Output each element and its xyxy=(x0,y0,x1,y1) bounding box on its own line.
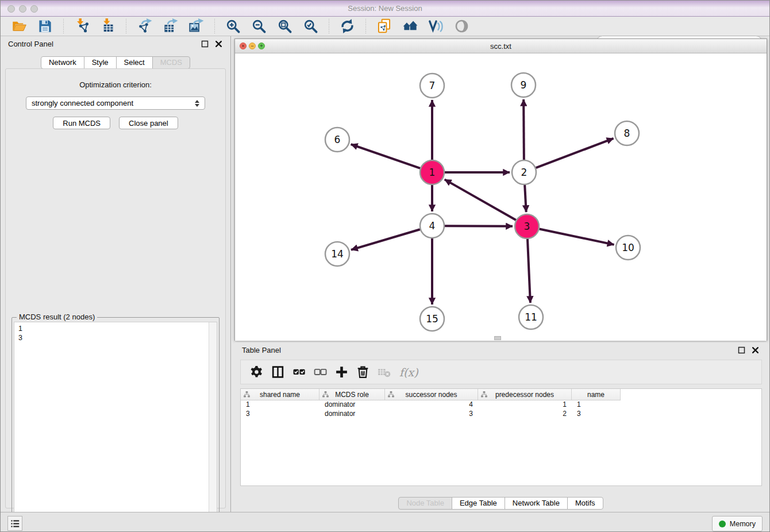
svg-text:10: 10 xyxy=(622,242,634,253)
zoom-button[interactable] xyxy=(30,5,38,13)
toolbar-separator xyxy=(329,19,329,34)
table-cell[interactable]: 1 xyxy=(478,400,572,410)
graph-edge-3-10[interactable] xyxy=(540,229,614,245)
graph-node-11[interactable]: 11 xyxy=(519,305,543,329)
tab-mcds[interactable]: MCDS xyxy=(152,56,190,69)
tab-edge-table[interactable]: Edge Table xyxy=(452,497,505,510)
table-panel-tabs: Node TableEdge TableNetwork TableMotifs xyxy=(234,497,767,510)
network-window-titlebar[interactable]: ×−+ scc.txt xyxy=(235,39,767,53)
tab-select[interactable]: Select xyxy=(116,56,153,69)
graph-node-3[interactable]: 3 xyxy=(515,214,539,238)
column-header-shared-name[interactable]: shared name xyxy=(241,389,319,400)
delete-row-icon[interactable] xyxy=(356,365,370,379)
export-image-icon[interactable] xyxy=(188,18,204,34)
graph-edge-3-11[interactable] xyxy=(528,239,530,303)
minimize-window-button[interactable]: − xyxy=(249,43,256,49)
close-window-button[interactable]: × xyxy=(240,43,247,49)
close-panel-icon[interactable] xyxy=(751,346,760,354)
select-all-icon[interactable] xyxy=(292,365,306,379)
svg-text:8: 8 xyxy=(624,128,630,139)
export-network-icon[interactable] xyxy=(137,18,152,34)
graph-edge-2-9[interactable] xyxy=(523,99,524,160)
close-panel-button[interactable]: Close panel xyxy=(119,117,178,129)
table-cell[interactable]: dominator xyxy=(319,410,385,419)
zoom-fit-icon[interactable] xyxy=(277,18,292,34)
graph-node-4[interactable]: 4 xyxy=(420,214,444,238)
vizmapper-icon[interactable] xyxy=(428,18,444,34)
save-session-icon[interactable] xyxy=(37,18,53,34)
graph-edge-4-3[interactable] xyxy=(445,226,513,226)
table-cell[interactable]: 1 xyxy=(241,400,319,410)
toolbar-separator xyxy=(214,19,215,34)
column-header-predecessor-nodes[interactable]: predecessor nodes xyxy=(478,389,572,400)
open-session-icon[interactable] xyxy=(11,18,27,34)
table-cell[interactable]: 2 xyxy=(478,410,572,419)
canvas-resize-handle[interactable] xyxy=(494,336,501,340)
tab-motifs[interactable]: Motifs xyxy=(567,497,603,510)
zoom-selected-icon[interactable] xyxy=(303,18,318,34)
export-table-icon[interactable] xyxy=(163,18,178,34)
result-scrollbar[interactable] xyxy=(209,322,217,532)
zoom-out-icon[interactable] xyxy=(251,18,267,34)
criterion-select[interactable]: strongly connected component xyxy=(26,97,205,110)
mcds-result-group: MCDS result (2 nodes) 1 3 xyxy=(11,317,220,532)
close-button[interactable] xyxy=(7,5,15,13)
tab-style[interactable]: Style xyxy=(84,56,117,69)
import-table-icon[interactable] xyxy=(100,18,116,34)
graph-node-14[interactable]: 14 xyxy=(325,242,349,266)
duplicate-network-icon[interactable] xyxy=(376,18,392,34)
split-view-icon[interactable] xyxy=(271,365,285,379)
tab-network-table[interactable]: Network Table xyxy=(505,497,568,510)
svg-text:15: 15 xyxy=(426,313,438,325)
column-label: name xyxy=(587,391,605,399)
table-cell[interactable]: 3 xyxy=(385,410,478,419)
graph-node-7[interactable]: 7 xyxy=(420,74,444,98)
tab-node-table[interactable]: Node Table xyxy=(398,497,452,510)
network-graph[interactable]: 7968124314101511 xyxy=(235,53,767,341)
graph-node-8[interactable]: 8 xyxy=(615,121,639,145)
network-canvas[interactable]: 7968124314101511 xyxy=(235,53,767,341)
task-history-button[interactable] xyxy=(7,516,22,531)
graph-node-10[interactable]: 10 xyxy=(616,236,640,260)
table-row[interactable]: 1dominator411 xyxy=(241,400,761,410)
import-network-icon[interactable] xyxy=(74,18,90,34)
tab-network[interactable]: Network xyxy=(41,56,84,69)
graph-edge-2-8[interactable] xyxy=(536,138,614,168)
table-cell[interactable]: 1 xyxy=(572,400,621,410)
memory-button[interactable]: Memory xyxy=(712,516,763,531)
graph-edge-3-1[interactable] xyxy=(445,179,516,220)
minimize-button[interactable] xyxy=(19,5,26,13)
graph-node-15[interactable]: 15 xyxy=(420,307,444,331)
zoom-window-button[interactable]: + xyxy=(258,43,265,49)
refresh-icon[interactable] xyxy=(340,18,355,34)
mcds-result-text[interactable]: 1 3 xyxy=(14,322,209,532)
float-panel-icon[interactable] xyxy=(737,346,746,354)
graph-edge-4-14[interactable] xyxy=(351,229,420,250)
zoom-in-icon[interactable] xyxy=(225,18,241,34)
table-row[interactable]: 3dominator323 xyxy=(241,410,761,419)
graph-node-6[interactable]: 6 xyxy=(325,128,349,152)
settings-icon[interactable] xyxy=(249,365,264,379)
svg-text:7: 7 xyxy=(429,80,436,91)
graph-edge-1-6[interactable] xyxy=(351,144,421,168)
table-cell[interactable]: 3 xyxy=(241,410,319,419)
graph-node-1[interactable]: 1 xyxy=(420,160,444,184)
run-mcds-button[interactable]: Run MCDS xyxy=(53,117,110,129)
column-header-mcds-role[interactable]: MCDS role xyxy=(319,389,385,400)
eye-icon[interactable] xyxy=(454,18,469,34)
close-panel-icon[interactable] xyxy=(214,40,223,48)
graph-edge-2-3[interactable] xyxy=(525,185,526,212)
graph-node-2[interactable]: 2 xyxy=(512,160,536,184)
graph-node-9[interactable]: 9 xyxy=(511,73,536,97)
attribute-icon xyxy=(322,391,329,398)
column-header-successor-nodes[interactable]: successor nodes xyxy=(385,389,478,400)
deselect-all-icon[interactable] xyxy=(313,365,328,379)
table-cell[interactable]: dominator xyxy=(319,400,385,410)
table-panel: Table Panel f(x) shared nameMCDS rolesuc… xyxy=(234,342,767,512)
column-header-name[interactable]: name xyxy=(572,389,621,400)
add-row-icon[interactable] xyxy=(334,365,349,379)
table-cell[interactable]: 4 xyxy=(385,400,478,410)
home-icon[interactable] xyxy=(402,18,418,34)
table-cell[interactable]: 3 xyxy=(572,410,621,419)
float-panel-icon[interactable] xyxy=(201,40,209,48)
